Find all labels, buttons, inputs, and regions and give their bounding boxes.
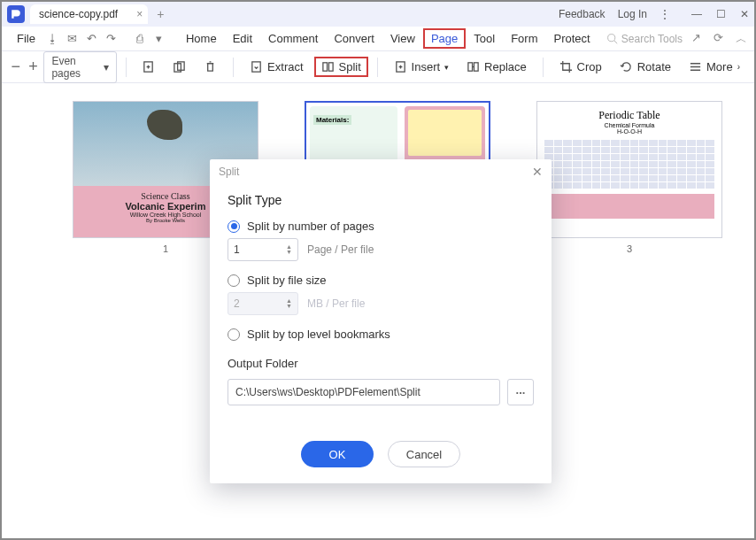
pages-value: 1: [234, 243, 240, 256]
mail-icon[interactable]: ✉: [63, 32, 82, 45]
dialog-title: Split: [219, 166, 239, 178]
new-tab-button[interactable]: +: [157, 7, 164, 21]
split-label: Split: [339, 60, 361, 73]
menu-view[interactable]: View: [382, 32, 423, 45]
spin-down-icon[interactable]: ▼: [286, 250, 292, 255]
menu-file[interactable]: File: [9, 32, 43, 45]
extract-label: Extract: [267, 60, 303, 73]
menu-edit[interactable]: Edit: [225, 32, 260, 45]
insert-button[interactable]: Insert ▾: [387, 57, 457, 77]
output-heading: Output Folder: [228, 357, 534, 370]
opt-split-pages[interactable]: Split by number of pages: [228, 220, 534, 233]
pages-unit: Page / Per file: [307, 243, 374, 256]
menu-protect[interactable]: Protect: [545, 32, 598, 45]
page-thumb-3[interactable]: Periodic Table Chemical Formula H-O-O-H …: [536, 101, 722, 522]
browse-label: ···: [516, 386, 526, 399]
thumb3-sub1: Chemical Formula: [544, 122, 714, 128]
insert-blank-button[interactable]: [135, 57, 162, 77]
cancel-label: Cancel: [406, 448, 442, 461]
zoom-out-button[interactable]: −: [9, 58, 23, 76]
menu-home[interactable]: Home: [178, 32, 225, 45]
crop-button[interactable]: Crop: [552, 57, 609, 77]
crop-label: Crop: [577, 60, 602, 73]
opt-bookmarks-label: Split by top level bookmarks: [247, 328, 390, 341]
chevron-down-icon[interactable]: ▾: [150, 32, 169, 45]
opt-split-bookmarks[interactable]: Split by top level bookmarks: [228, 328, 534, 341]
extract-button[interactable]: Extract: [243, 57, 310, 77]
size-value: 2: [234, 297, 240, 310]
rotate-button[interactable]: Rotate: [613, 57, 678, 77]
svg-rect-5: [322, 63, 327, 71]
split-button[interactable]: Split: [314, 57, 368, 77]
search-tools[interactable]: Search Tools: [606, 33, 683, 45]
search-placeholder: Search Tools: [621, 33, 683, 45]
login-link[interactable]: Log In: [618, 8, 647, 20]
zoom-in-button[interactable]: +: [27, 58, 41, 76]
kebab-icon[interactable]: ⋮: [660, 8, 670, 20]
menu-convert[interactable]: Convert: [326, 32, 382, 45]
menu-page[interactable]: Page: [423, 28, 466, 49]
periodic-grid: [544, 140, 714, 189]
delete-page-button[interactable]: [197, 57, 224, 77]
replace-button[interactable]: Replace: [459, 57, 534, 77]
undo-icon[interactable]: ↶: [82, 32, 102, 45]
titlebar: science-copy.pdf × + Feedback Log In ⋮ —…: [2, 2, 754, 27]
page-selector-value: Even pages: [51, 55, 103, 80]
split-type-heading: Split Type: [228, 193, 534, 207]
svg-rect-9: [474, 63, 479, 71]
output-path-input[interactable]: C:\Users\ws\Desktop\PDFelement\Split: [228, 379, 500, 405]
collapse-icon[interactable]: ︿: [736, 31, 747, 47]
chevron-down-icon: ▾: [444, 63, 449, 72]
menu-tool[interactable]: Tool: [466, 32, 503, 45]
output-path-value: C:\Users\ws\Desktop\PDFelement\Split: [235, 386, 420, 398]
ok-button[interactable]: OK: [301, 441, 374, 467]
rotate-label: Rotate: [637, 60, 671, 73]
replace-label: Replace: [484, 60, 527, 73]
menubar: File ⭳ ✉ ↶ ↷ ⎙ ▾ Home Edit Comment Conve…: [2, 27, 754, 51]
ok-label: OK: [329, 448, 346, 461]
chevron-right-icon: ›: [737, 62, 740, 72]
app-icon: [7, 5, 25, 23]
cancel-button[interactable]: Cancel: [388, 441, 460, 467]
close-dialog-icon[interactable]: ✕: [532, 165, 543, 179]
radio-bookmarks[interactable]: [228, 328, 240, 341]
opt-split-size[interactable]: Split by file size: [228, 274, 534, 287]
size-unit: MB / Per file: [307, 297, 365, 310]
menu-comment[interactable]: Comment: [260, 32, 326, 45]
radio-pages[interactable]: [228, 220, 240, 233]
pages-input[interactable]: 1 ▲▼: [228, 238, 298, 261]
insert-label: Insert: [412, 60, 441, 73]
svg-point-0: [607, 35, 614, 42]
radio-size[interactable]: [228, 274, 240, 287]
opt-size-label: Split by file size: [247, 274, 327, 287]
close-tab-icon[interactable]: ×: [136, 8, 143, 20]
spin-down-icon: ▼: [286, 304, 292, 309]
redo-icon[interactable]: ↷: [102, 32, 121, 45]
chevron-down-icon: ▾: [104, 61, 109, 73]
copy-page-button[interactable]: [166, 57, 193, 77]
search-icon: [606, 33, 618, 44]
feedback-link[interactable]: Feedback: [559, 8, 606, 20]
more-button[interactable]: More ›: [682, 57, 747, 77]
size-input: 2 ▲▼: [228, 292, 298, 315]
page-selector[interactable]: Even pages ▾: [43, 51, 116, 83]
share-icon[interactable]: ↗: [691, 31, 701, 47]
close-window-icon[interactable]: ✕: [740, 8, 749, 20]
minimize-icon[interactable]: —: [691, 8, 702, 20]
maximize-icon[interactable]: ☐: [716, 8, 726, 20]
document-tab[interactable]: science-copy.pdf ×: [30, 4, 148, 24]
save-icon[interactable]: ⭳: [43, 32, 63, 45]
page-toolbar: − + Even pages ▾ Extract Split Insert ▾ …: [2, 51, 754, 83]
divider: [377, 58, 378, 77]
browse-button[interactable]: ···: [507, 379, 534, 405]
cloud-icon[interactable]: ⟳: [714, 31, 723, 47]
thumb3-sub2: H-O-O-H: [544, 128, 714, 135]
print-icon[interactable]: ⎙: [130, 32, 150, 45]
divider: [233, 58, 234, 77]
svg-rect-8: [468, 63, 473, 71]
tab-label: science-copy.pdf: [39, 8, 118, 20]
thumb3-title: Periodic Table: [544, 109, 714, 122]
menu-form[interactable]: Form: [503, 32, 545, 45]
more-label: More: [706, 60, 733, 73]
opt-pages-label: Split by number of pages: [247, 220, 374, 233]
